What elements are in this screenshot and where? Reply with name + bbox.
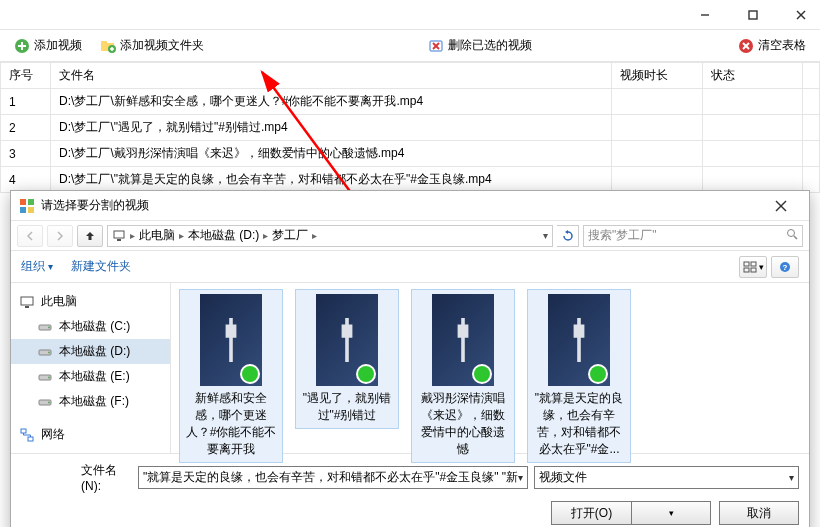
nav-drive-f[interactable]: 本地磁盘 (F:) <box>11 389 170 414</box>
back-button[interactable] <box>17 225 43 247</box>
svg-rect-8 <box>101 41 107 44</box>
dialog-close-button[interactable] <box>761 195 801 217</box>
dialog-nav-bar: ▸ 此电脑 ▸ 本地磁盘 (D:) ▸ 梦工厂 ▸ ▾ 搜索"梦工厂" <box>11 221 809 251</box>
svg-point-42 <box>48 376 50 378</box>
svg-point-38 <box>48 326 50 328</box>
search-placeholder: 搜索"梦工厂" <box>588 227 657 244</box>
add-video-button[interactable]: 添加视频 <box>8 35 88 56</box>
refresh-button[interactable] <box>557 225 579 247</box>
svg-rect-36 <box>25 306 29 308</box>
table-header-row: 序号 文件名 视频时长 状态 <box>1 63 820 89</box>
chevron-down-icon: ▾ <box>789 472 794 483</box>
svg-rect-22 <box>28 207 34 213</box>
forward-button[interactable] <box>47 225 73 247</box>
filename-input[interactable]: "就算是天定的良缘，也会有辛苦，对和错都不必太在乎"#金玉良缘" "新 ▾ <box>138 466 528 489</box>
drive-icon <box>37 394 53 410</box>
table-row[interactable]: 4D:\梦工厂\"就算是天定的良缘，也会有辛苦，对和错都不必太在乎"#金玉良缘.… <box>1 167 820 193</box>
svg-rect-31 <box>744 268 749 272</box>
file-open-dialog: 请选择要分割的视频 ▸ 此电脑 ▸ 本地磁盘 (D:) ▸ 梦工厂 ▸ ▾ 搜索… <box>10 190 810 527</box>
svg-rect-20 <box>28 199 34 205</box>
dialog-titlebar: 请选择要分割的视频 <box>11 191 809 221</box>
svg-rect-45 <box>21 429 26 433</box>
svg-point-44 <box>48 401 50 403</box>
app-icon <box>19 198 35 214</box>
add-video-label: 添加视频 <box>34 37 82 54</box>
delete-selected-label: 删除已选的视频 <box>448 37 532 54</box>
bc-item[interactable]: 此电脑 <box>139 227 175 244</box>
pc-icon <box>19 294 35 310</box>
search-input[interactable]: 搜索"梦工厂" <box>583 225 803 247</box>
file-thumbnail[interactable]: "就算是天定的良缘，也会有辛苦，对和错都不必太在乎"#金... <box>527 289 631 463</box>
delete-icon <box>428 38 444 54</box>
chevron-down-icon: ▾ <box>518 472 523 483</box>
up-button[interactable] <box>77 225 103 247</box>
nav-this-pc[interactable]: 此电脑 <box>11 289 170 314</box>
table-row[interactable]: 2D:\梦工厂\"遇见了，就别错过"#别错过.mp4 <box>1 115 820 141</box>
help-button[interactable]: ? <box>771 256 799 278</box>
svg-rect-35 <box>21 297 33 305</box>
add-folder-button[interactable]: 添加视频文件夹 <box>94 35 210 56</box>
drive-icon <box>37 319 53 335</box>
svg-rect-1 <box>749 11 757 19</box>
close-button[interactable] <box>786 3 816 27</box>
file-thumbnail[interactable]: "遇见了，就别错过"#别错过 <box>295 289 399 429</box>
view-mode-button[interactable]: ▾ <box>739 256 767 278</box>
add-icon <box>14 38 30 54</box>
svg-rect-30 <box>751 262 756 266</box>
open-button[interactable]: 打开(O) <box>551 501 631 525</box>
open-dropdown-button[interactable]: ▾ <box>631 501 711 525</box>
svg-rect-46 <box>28 437 33 441</box>
folder-add-icon <box>100 38 116 54</box>
col-status[interactable]: 状态 <box>702 63 802 89</box>
svg-rect-25 <box>114 231 124 238</box>
svg-rect-21 <box>20 207 26 213</box>
col-duration[interactable]: 视频时长 <box>612 63 702 89</box>
svg-point-40 <box>48 351 50 353</box>
maximize-button[interactable] <box>738 3 768 27</box>
new-folder-button[interactable]: 新建文件夹 <box>71 258 131 275</box>
filetype-dropdown[interactable]: 视频文件 ▾ <box>534 466 799 489</box>
svg-rect-32 <box>751 268 756 272</box>
nav-pane: 此电脑 本地磁盘 (C:) 本地磁盘 (D:) 本地磁盘 (E:) 本地磁盘 (… <box>11 283 171 453</box>
svg-text:?: ? <box>783 263 788 272</box>
svg-point-27 <box>788 230 795 237</box>
nav-network[interactable]: 网络 <box>11 422 170 447</box>
col-filename[interactable]: 文件名 <box>51 63 612 89</box>
search-icon <box>786 228 798 243</box>
window-titlebar <box>0 0 820 30</box>
drive-icon <box>37 369 53 385</box>
svg-rect-26 <box>117 239 121 241</box>
file-thumbnail[interactable]: 新鲜感和安全感，哪个更迷人？#你能不能不要离开我 <box>179 289 283 463</box>
table-row[interactable]: 3D:\梦工厂\戴羽彤深情演唱《来迟》，细数爱情中的心酸遗憾.mp4 <box>1 141 820 167</box>
svg-line-28 <box>794 236 797 239</box>
bc-item[interactable]: 本地磁盘 (D:) <box>188 227 259 244</box>
main-toolbar: 添加视频 添加视频文件夹 删除已选的视频 清空表格 <box>0 30 820 62</box>
nav-drive-c[interactable]: 本地磁盘 (C:) <box>11 314 170 339</box>
bc-item[interactable]: 梦工厂 <box>272 227 308 244</box>
nav-drive-e[interactable]: 本地磁盘 (E:) <box>11 364 170 389</box>
organize-dropdown[interactable]: 组织 ▾ <box>21 258 53 275</box>
col-blank <box>802 63 819 89</box>
pc-icon <box>112 229 126 243</box>
network-icon <box>19 427 35 443</box>
col-index[interactable]: 序号 <box>1 63 51 89</box>
dialog-toolbar: 组织 ▾ 新建文件夹 ▾ ? <box>11 251 809 283</box>
video-table: 序号 文件名 视频时长 状态 1D:\梦工厂\新鲜感和安全感，哪个更迷人？#你能… <box>0 62 820 193</box>
svg-rect-29 <box>744 262 749 266</box>
add-folder-label: 添加视频文件夹 <box>120 37 204 54</box>
file-pane[interactable]: 新鲜感和安全感，哪个更迷人？#你能不能不要离开我 "遇见了，就别错过"#别错过 … <box>171 283 809 453</box>
cancel-button[interactable]: 取消 <box>719 501 799 525</box>
delete-selected-button[interactable]: 删除已选的视频 <box>422 35 538 56</box>
breadcrumb[interactable]: ▸ 此电脑 ▸ 本地磁盘 (D:) ▸ 梦工厂 ▸ ▾ <box>107 225 553 247</box>
dialog-title: 请选择要分割的视频 <box>41 197 149 214</box>
nav-drive-d[interactable]: 本地磁盘 (D:) <box>11 339 170 364</box>
clear-icon <box>738 38 754 54</box>
file-thumbnail[interactable]: 戴羽彤深情演唱《来迟》，细数爱情中的心酸遗憾 <box>411 289 515 463</box>
clear-table-button[interactable]: 清空表格 <box>732 35 812 56</box>
svg-rect-19 <box>20 199 26 205</box>
minimize-button[interactable] <box>690 3 720 27</box>
dialog-body: 此电脑 本地磁盘 (C:) 本地磁盘 (D:) 本地磁盘 (E:) 本地磁盘 (… <box>11 283 809 453</box>
dialog-bottom: 文件名(N): "就算是天定的良缘，也会有辛苦，对和错都不必太在乎"#金玉良缘"… <box>11 453 809 527</box>
clear-table-label: 清空表格 <box>758 37 806 54</box>
table-row[interactable]: 1D:\梦工厂\新鲜感和安全感，哪个更迷人？#你能不能不要离开我.mp4 <box>1 89 820 115</box>
